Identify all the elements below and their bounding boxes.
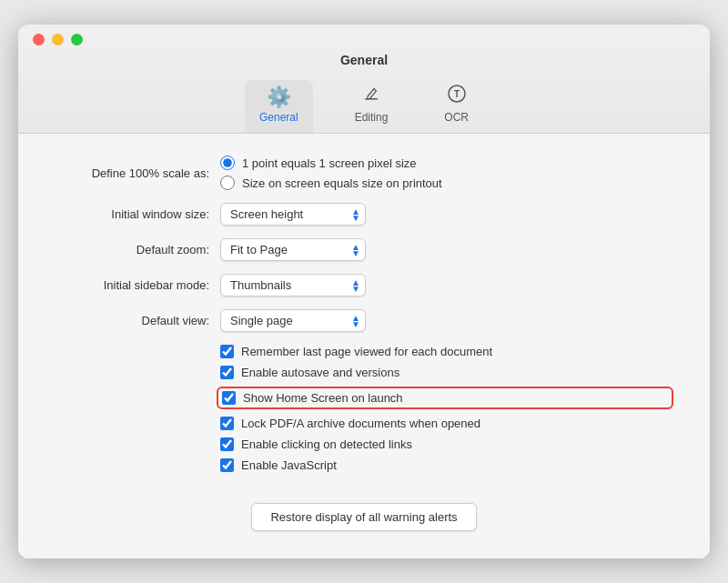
content-area: Define 100% scale as: 1 point equals 1 s… (18, 134, 710, 558)
javascript-checkbox[interactable] (220, 458, 234, 472)
tab-general[interactable]: ⚙️ General (245, 80, 313, 133)
checkbox-remember: Remember last page viewed for each docum… (220, 345, 673, 358)
window-title: General (340, 53, 388, 67)
window-size-label: Initial window size: (55, 207, 209, 221)
autosave-checkbox[interactable] (220, 366, 234, 379)
window-controls (33, 34, 83, 45)
svg-text:T: T (454, 89, 460, 99)
sidebar-select[interactable]: Thumbnails None Bookmarks (220, 274, 366, 297)
view-select-wrapper: Single page Continuous Two pages ▲▼ (220, 309, 366, 332)
tab-editing[interactable]: Editing (340, 76, 403, 133)
titlebar: General ⚙️ General Editing (18, 25, 710, 134)
tab-editing-label: Editing (355, 111, 389, 124)
zoom-row: Default zoom: Fit to Page Fit to Width A… (55, 238, 673, 261)
scale-option1-radio[interactable] (220, 156, 235, 170)
tab-ocr-label: OCR (444, 111, 469, 124)
scale-radio-group: 1 point equals 1 screen pixel size Size … (220, 156, 442, 190)
preferences-window: General ⚙️ General Editing (18, 25, 710, 558)
view-select[interactable]: Single page Continuous Two pages (220, 309, 366, 332)
ocr-icon: T (447, 84, 467, 107)
homescreen-label: Show Home Screen on launch (243, 391, 403, 405)
window-size-select-wrapper: Screen height Fit to Window Fixed Size ▲… (220, 203, 366, 226)
tab-general-label: General (259, 111, 298, 124)
scale-option2-row: Size on screen equals size on printout (220, 176, 442, 190)
scale-label: Define 100% scale as: (55, 166, 209, 180)
restore-button[interactable]: Restore display of all warning alerts (251, 503, 476, 531)
toolbar: ⚙️ General Editing T (245, 76, 483, 133)
checkbox-lockpdf: Lock PDF/A archive documents when opened (220, 417, 673, 430)
form-section: Define 100% scale as: 1 point equals 1 s… (55, 156, 673, 531)
view-row: Default view: Single page Continuous Two… (55, 309, 673, 332)
close-button[interactable] (33, 34, 45, 45)
scale-option2-label: Size on screen equals size on printout (242, 176, 442, 190)
autosave-label: Enable autosave and versions (241, 366, 399, 379)
remember-label: Remember last page viewed for each docum… (241, 345, 492, 358)
checkboxes-group: Remember last page viewed for each docum… (220, 345, 673, 472)
window-size-select[interactable]: Screen height Fit to Window Fixed Size (220, 203, 366, 226)
checkbox-javascript: Enable JavaScript (220, 458, 673, 472)
sidebar-row: Initial sidebar mode: Thumbnails None Bo… (55, 274, 673, 297)
checkbox-homescreen: Show Home Screen on launch (217, 387, 673, 409)
javascript-label: Enable JavaScript (241, 458, 337, 472)
sidebar-select-wrapper: Thumbnails None Bookmarks ▲▼ (220, 274, 366, 297)
tab-ocr[interactable]: T OCR (430, 76, 483, 133)
links-checkbox[interactable] (220, 437, 234, 451)
remember-checkbox[interactable] (220, 345, 234, 358)
zoom-select-wrapper: Fit to Page Fit to Width Actual Size 50%… (220, 238, 366, 261)
minimize-button[interactable] (52, 34, 64, 45)
lockpdf-label: Lock PDF/A archive documents when opened (241, 417, 480, 430)
scale-option1-label: 1 point equals 1 screen pixel size (242, 156, 417, 170)
checkbox-autosave: Enable autosave and versions (220, 366, 673, 379)
lockpdf-checkbox[interactable] (220, 417, 234, 430)
links-label: Enable clicking on detected links (241, 437, 412, 451)
zoom-label: Default zoom: (55, 243, 209, 256)
scale-row: Define 100% scale as: 1 point equals 1 s… (55, 156, 673, 190)
maximize-button[interactable] (71, 34, 83, 45)
gear-icon: ⚙️ (267, 87, 291, 107)
homescreen-checkbox[interactable] (222, 391, 236, 405)
view-label: Default view: (55, 314, 209, 327)
window-size-row: Initial window size: Screen height Fit t… (55, 203, 673, 226)
checkbox-links: Enable clicking on detected links (220, 437, 673, 451)
zoom-select[interactable]: Fit to Page Fit to Width Actual Size 50%… (220, 238, 366, 261)
scale-option1-row: 1 point equals 1 screen pixel size (220, 156, 442, 170)
scale-option2-radio[interactable] (220, 176, 235, 190)
editing-icon (361, 84, 381, 107)
sidebar-label: Initial sidebar mode: (55, 278, 209, 292)
